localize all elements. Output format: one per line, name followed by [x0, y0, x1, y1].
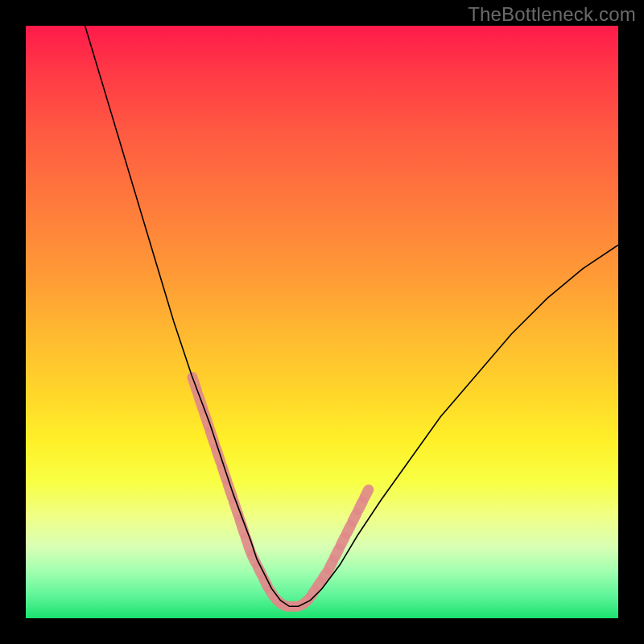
svg-line-29 — [365, 489, 369, 497]
chart-frame: TheBottleneck.com — [0, 0, 644, 644]
svg-line-7 — [233, 502, 238, 515]
highlight-dashes — [192, 378, 369, 607]
svg-line-26 — [347, 526, 351, 534]
svg-line-25 — [341, 537, 345, 545]
svg-line-28 — [358, 502, 362, 510]
svg-line-24 — [335, 549, 339, 557]
svg-line-27 — [353, 514, 357, 522]
chart-overlay — [26, 26, 618, 618]
svg-line-23 — [329, 561, 333, 569]
watermark-text: TheBottleneck.com — [468, 3, 636, 26]
